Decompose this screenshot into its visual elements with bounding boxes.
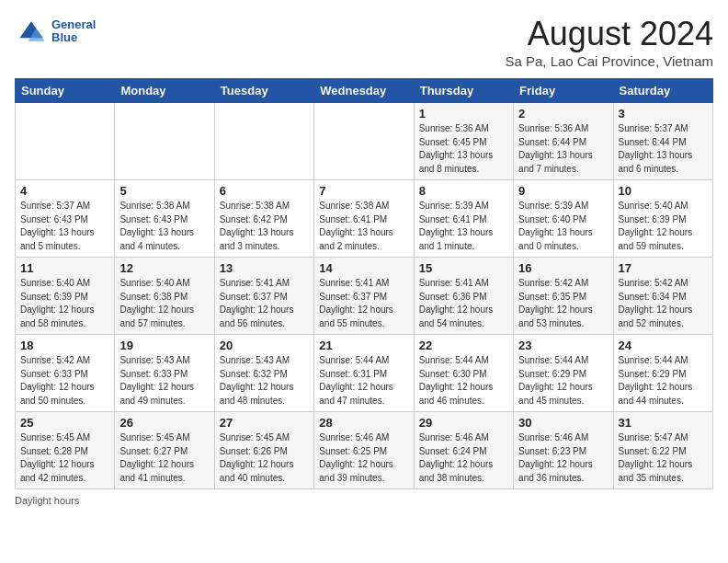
calendar-cell: 26Sunrise: 5:45 AM Sunset: 6:27 PM Dayli… bbox=[115, 412, 214, 489]
day-info: Sunrise: 5:36 AM Sunset: 6:45 PM Dayligh… bbox=[419, 122, 508, 176]
column-header-friday: Friday bbox=[514, 79, 613, 103]
day-number: 17 bbox=[619, 261, 708, 275]
day-number: 6 bbox=[220, 184, 309, 198]
day-info: Sunrise: 5:44 AM Sunset: 6:30 PM Dayligh… bbox=[419, 354, 508, 408]
day-number: 4 bbox=[20, 184, 109, 198]
day-info: Sunrise: 5:44 AM Sunset: 6:29 PM Dayligh… bbox=[619, 354, 708, 408]
calendar-cell: 13Sunrise: 5:41 AM Sunset: 6:37 PM Dayli… bbox=[214, 258, 313, 335]
day-info: Sunrise: 5:41 AM Sunset: 6:37 PM Dayligh… bbox=[220, 277, 309, 330]
day-number: 24 bbox=[619, 339, 708, 352]
calendar-cell: 7Sunrise: 5:38 AM Sunset: 6:41 PM Daylig… bbox=[314, 180, 414, 258]
calendar-cell: 27Sunrise: 5:45 AM Sunset: 6:26 PM Dayli… bbox=[214, 412, 313, 489]
day-number: 22 bbox=[419, 339, 508, 352]
day-info: Sunrise: 5:38 AM Sunset: 6:42 PM Dayligh… bbox=[220, 200, 309, 253]
day-info: Sunrise: 5:46 AM Sunset: 6:23 PM Dayligh… bbox=[518, 431, 608, 485]
day-info: Sunrise: 5:37 AM Sunset: 6:44 PM Dayligh… bbox=[619, 122, 708, 176]
week-row-1: 1Sunrise: 5:36 AM Sunset: 6:45 PM Daylig… bbox=[16, 103, 713, 180]
day-number: 1 bbox=[419, 107, 508, 121]
day-info: Sunrise: 5:42 AM Sunset: 6:34 PM Dayligh… bbox=[619, 277, 708, 330]
day-info: Sunrise: 5:44 AM Sunset: 6:31 PM Dayligh… bbox=[319, 354, 408, 408]
calendar-cell bbox=[16, 103, 115, 180]
logo-icon bbox=[15, 15, 48, 48]
calendar-cell: 30Sunrise: 5:46 AM Sunset: 6:23 PM Dayli… bbox=[514, 412, 613, 489]
day-number: 26 bbox=[119, 416, 209, 430]
logo-text: General Blue bbox=[51, 18, 96, 45]
week-row-3: 11Sunrise: 5:40 AM Sunset: 6:39 PM Dayli… bbox=[16, 258, 713, 335]
footer-note: Daylight hours bbox=[15, 495, 713, 506]
calendar-cell: 31Sunrise: 5:47 AM Sunset: 6:22 PM Dayli… bbox=[613, 412, 712, 489]
subtitle: Sa Pa, Lao Cai Province, Vietnam bbox=[505, 53, 713, 69]
day-info: Sunrise: 5:41 AM Sunset: 6:36 PM Dayligh… bbox=[419, 277, 508, 330]
calendar-cell: 18Sunrise: 5:42 AM Sunset: 6:33 PM Dayli… bbox=[16, 335, 115, 412]
day-number: 28 bbox=[319, 416, 408, 430]
day-info: Sunrise: 5:42 AM Sunset: 6:35 PM Dayligh… bbox=[518, 277, 608, 330]
calendar-cell: 23Sunrise: 5:44 AM Sunset: 6:29 PM Dayli… bbox=[514, 335, 613, 412]
calendar-cell: 21Sunrise: 5:44 AM Sunset: 6:31 PM Dayli… bbox=[314, 335, 414, 412]
calendar-cell: 24Sunrise: 5:44 AM Sunset: 6:29 PM Dayli… bbox=[613, 335, 712, 412]
day-info: Sunrise: 5:36 AM Sunset: 6:44 PM Dayligh… bbox=[518, 122, 608, 176]
day-info: Sunrise: 5:38 AM Sunset: 6:41 PM Dayligh… bbox=[319, 200, 408, 253]
day-info: Sunrise: 5:47 AM Sunset: 6:22 PM Dayligh… bbox=[619, 431, 708, 485]
day-info: Sunrise: 5:46 AM Sunset: 6:24 PM Dayligh… bbox=[419, 431, 508, 485]
calendar-cell: 25Sunrise: 5:45 AM Sunset: 6:28 PM Dayli… bbox=[16, 412, 115, 489]
logo-line2: Blue bbox=[51, 31, 96, 44]
page-header: General Blue August 2024 Sa Pa, Lao Cai … bbox=[15, 15, 713, 69]
calendar-table: SundayMondayTuesdayWednesdayThursdayFrid… bbox=[15, 78, 713, 489]
day-number: 25 bbox=[20, 416, 109, 430]
title-area: August 2024 Sa Pa, Lao Cai Province, Vie… bbox=[505, 15, 713, 69]
day-info: Sunrise: 5:38 AM Sunset: 6:43 PM Dayligh… bbox=[119, 200, 209, 253]
day-number: 3 bbox=[619, 107, 708, 121]
calendar-cell: 3Sunrise: 5:37 AM Sunset: 6:44 PM Daylig… bbox=[613, 103, 712, 180]
calendar-cell: 2Sunrise: 5:36 AM Sunset: 6:44 PM Daylig… bbox=[514, 103, 613, 180]
day-number: 20 bbox=[220, 339, 309, 352]
day-info: Sunrise: 5:41 AM Sunset: 6:37 PM Dayligh… bbox=[319, 277, 408, 330]
day-number: 7 bbox=[319, 184, 408, 198]
calendar-cell: 29Sunrise: 5:46 AM Sunset: 6:24 PM Dayli… bbox=[414, 412, 513, 489]
day-number: 30 bbox=[518, 416, 608, 430]
day-info: Sunrise: 5:39 AM Sunset: 6:41 PM Dayligh… bbox=[419, 200, 508, 253]
calendar-cell: 9Sunrise: 5:39 AM Sunset: 6:40 PM Daylig… bbox=[514, 180, 613, 258]
calendar-cell: 15Sunrise: 5:41 AM Sunset: 6:36 PM Dayli… bbox=[414, 258, 513, 335]
day-number: 29 bbox=[419, 416, 508, 430]
column-header-monday: Monday bbox=[115, 79, 214, 103]
day-number: 16 bbox=[518, 261, 608, 275]
day-number: 15 bbox=[419, 261, 508, 275]
calendar-cell: 8Sunrise: 5:39 AM Sunset: 6:41 PM Daylig… bbox=[414, 180, 513, 258]
calendar-cell: 19Sunrise: 5:43 AM Sunset: 6:33 PM Dayli… bbox=[115, 335, 214, 412]
calendar-cell: 20Sunrise: 5:43 AM Sunset: 6:32 PM Dayli… bbox=[214, 335, 313, 412]
day-number: 11 bbox=[20, 261, 109, 275]
calendar-header-row: SundayMondayTuesdayWednesdayThursdayFrid… bbox=[16, 79, 713, 103]
calendar-cell: 16Sunrise: 5:42 AM Sunset: 6:35 PM Dayli… bbox=[514, 258, 613, 335]
calendar-cell: 17Sunrise: 5:42 AM Sunset: 6:34 PM Dayli… bbox=[613, 258, 712, 335]
week-row-2: 4Sunrise: 5:37 AM Sunset: 6:43 PM Daylig… bbox=[16, 180, 713, 258]
day-number: 10 bbox=[619, 184, 708, 198]
day-info: Sunrise: 5:40 AM Sunset: 6:39 PM Dayligh… bbox=[619, 200, 708, 253]
day-number: 21 bbox=[319, 339, 408, 352]
week-row-5: 25Sunrise: 5:45 AM Sunset: 6:28 PM Dayli… bbox=[16, 412, 713, 489]
day-number: 13 bbox=[220, 261, 309, 275]
day-info: Sunrise: 5:40 AM Sunset: 6:39 PM Dayligh… bbox=[20, 277, 109, 330]
calendar-cell bbox=[115, 103, 214, 180]
column-header-thursday: Thursday bbox=[414, 79, 513, 103]
calendar-cell bbox=[214, 103, 313, 180]
day-number: 5 bbox=[119, 184, 209, 198]
day-number: 14 bbox=[319, 261, 408, 275]
day-info: Sunrise: 5:43 AM Sunset: 6:33 PM Dayligh… bbox=[119, 354, 209, 408]
logo-line1: General bbox=[51, 18, 96, 31]
column-header-tuesday: Tuesday bbox=[214, 79, 313, 103]
calendar-cell: 28Sunrise: 5:46 AM Sunset: 6:25 PM Dayli… bbox=[314, 412, 414, 489]
calendar-cell: 11Sunrise: 5:40 AM Sunset: 6:39 PM Dayli… bbox=[16, 258, 115, 335]
calendar-cell: 10Sunrise: 5:40 AM Sunset: 6:39 PM Dayli… bbox=[613, 180, 712, 258]
column-header-wednesday: Wednesday bbox=[314, 79, 414, 103]
calendar-cell bbox=[314, 103, 414, 180]
day-number: 27 bbox=[220, 416, 309, 430]
day-number: 9 bbox=[518, 184, 608, 198]
day-info: Sunrise: 5:45 AM Sunset: 6:27 PM Dayligh… bbox=[119, 431, 209, 485]
day-info: Sunrise: 5:46 AM Sunset: 6:25 PM Dayligh… bbox=[319, 431, 408, 485]
main-title: August 2024 bbox=[505, 15, 713, 53]
day-number: 31 bbox=[619, 416, 708, 430]
day-info: Sunrise: 5:40 AM Sunset: 6:38 PM Dayligh… bbox=[119, 277, 209, 330]
day-number: 8 bbox=[419, 184, 508, 198]
day-number: 2 bbox=[518, 107, 608, 121]
day-info: Sunrise: 5:43 AM Sunset: 6:32 PM Dayligh… bbox=[220, 354, 309, 408]
